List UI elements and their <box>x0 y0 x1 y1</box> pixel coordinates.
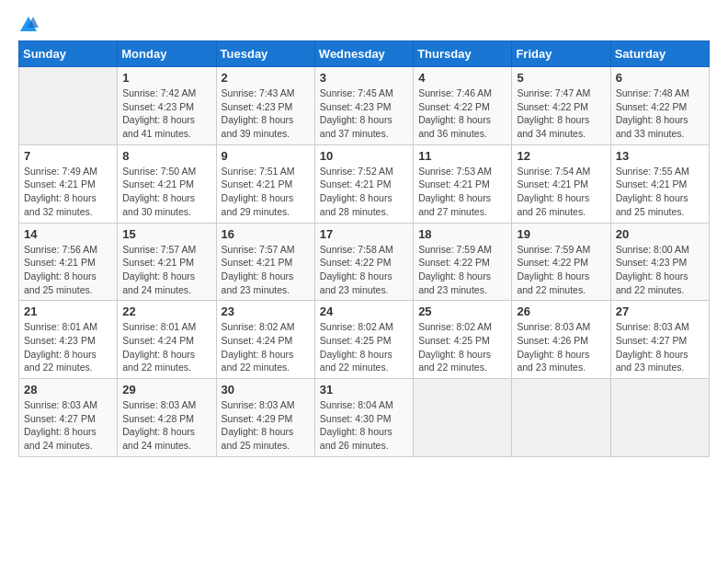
day-number: 23 <box>222 304 310 318</box>
day-info: Sunrise: 8:03 AMSunset: 4:26 PMDaylight:… <box>517 320 605 374</box>
day-number: 28 <box>24 383 112 396</box>
day-number: 21 <box>24 304 112 318</box>
day-number: 22 <box>122 304 210 318</box>
day-info: Sunrise: 7:51 AMSunset: 4:21 PMDaylight:… <box>222 165 310 219</box>
day-info: Sunrise: 7:48 AMSunset: 4:22 PMDaylight:… <box>616 86 704 141</box>
header <box>18 15 710 35</box>
day-info: Sunrise: 8:01 AMSunset: 4:23 PMDaylight:… <box>24 320 112 374</box>
day-number: 14 <box>24 227 112 241</box>
day-info: Sunrise: 7:49 AMSunset: 4:21 PMDaylight:… <box>24 165 112 219</box>
day-info: Sunrise: 8:03 AMSunset: 4:29 PMDaylight:… <box>222 398 310 453</box>
day-cell: 19Sunrise: 7:59 AMSunset: 4:22 PMDayligh… <box>512 223 610 301</box>
day-info: Sunrise: 7:58 AMSunset: 4:22 PMDaylight:… <box>320 243 408 297</box>
day-info: Sunrise: 8:03 AMSunset: 4:28 PMDaylight:… <box>122 398 210 453</box>
day-info: Sunrise: 7:59 AMSunset: 4:22 PMDaylight:… <box>418 243 506 297</box>
day-number: 16 <box>222 227 310 241</box>
day-cell: 26Sunrise: 8:03 AMSunset: 4:26 PMDayligh… <box>512 301 610 379</box>
header-thursday: Thursday <box>414 41 512 67</box>
day-cell: 15Sunrise: 7:57 AMSunset: 4:21 PMDayligh… <box>118 223 216 301</box>
day-info: Sunrise: 7:42 AMSunset: 4:23 PMDaylight:… <box>122 86 210 141</box>
day-info: Sunrise: 8:03 AMSunset: 4:27 PMDaylight:… <box>24 398 112 453</box>
day-number: 13 <box>616 149 704 163</box>
day-cell: 18Sunrise: 7:59 AMSunset: 4:22 PMDayligh… <box>414 223 512 301</box>
day-cell: 14Sunrise: 7:56 AMSunset: 4:21 PMDayligh… <box>19 223 118 301</box>
day-cell: 20Sunrise: 8:00 AMSunset: 4:23 PMDayligh… <box>610 223 709 301</box>
day-info: Sunrise: 8:00 AMSunset: 4:23 PMDaylight:… <box>616 243 704 297</box>
day-info: Sunrise: 8:02 AMSunset: 4:24 PMDaylight:… <box>222 320 310 374</box>
header-tuesday: Tuesday <box>216 41 314 67</box>
day-number: 31 <box>320 383 408 396</box>
day-info: Sunrise: 7:45 AMSunset: 4:23 PMDaylight:… <box>320 86 408 141</box>
day-number: 17 <box>320 227 408 241</box>
day-info: Sunrise: 7:52 AMSunset: 4:21 PMDaylight:… <box>320 165 408 219</box>
day-cell: 4Sunrise: 7:46 AMSunset: 4:22 PMDaylight… <box>414 67 512 145</box>
day-cell <box>512 379 610 457</box>
day-cell: 22Sunrise: 8:01 AMSunset: 4:24 PMDayligh… <box>118 301 216 379</box>
day-cell: 28Sunrise: 8:03 AMSunset: 4:27 PMDayligh… <box>19 379 118 457</box>
day-cell: 9Sunrise: 7:51 AMSunset: 4:21 PMDaylight… <box>216 144 314 223</box>
day-number: 3 <box>320 71 408 85</box>
day-info: Sunrise: 8:03 AMSunset: 4:27 PMDaylight:… <box>616 320 704 374</box>
day-number: 4 <box>418 71 506 85</box>
main-container: SundayMondayTuesdayWednesdayThursdayFrid… <box>0 0 728 466</box>
day-number: 9 <box>222 149 310 163</box>
day-cell: 25Sunrise: 8:02 AMSunset: 4:25 PMDayligh… <box>414 301 512 379</box>
day-number: 7 <box>24 149 112 163</box>
day-cell: 12Sunrise: 7:54 AMSunset: 4:21 PMDayligh… <box>512 144 610 223</box>
day-cell: 24Sunrise: 8:02 AMSunset: 4:25 PMDayligh… <box>314 301 413 379</box>
day-cell: 7Sunrise: 7:49 AMSunset: 4:21 PMDaylight… <box>19 144 118 223</box>
day-info: Sunrise: 8:02 AMSunset: 4:25 PMDaylight:… <box>320 320 408 374</box>
header-sunday: Sunday <box>19 41 118 67</box>
day-number: 24 <box>320 304 408 318</box>
day-info: Sunrise: 8:01 AMSunset: 4:24 PMDaylight:… <box>122 320 210 374</box>
day-number: 2 <box>222 71 310 85</box>
day-cell: 29Sunrise: 8:03 AMSunset: 4:28 PMDayligh… <box>118 379 216 457</box>
day-cell: 3Sunrise: 7:45 AMSunset: 4:23 PMDaylight… <box>314 67 413 145</box>
day-number: 8 <box>122 149 210 163</box>
day-number: 1 <box>122 71 210 85</box>
day-cell: 11Sunrise: 7:53 AMSunset: 4:21 PMDayligh… <box>414 144 512 223</box>
day-cell: 21Sunrise: 8:01 AMSunset: 4:23 PMDayligh… <box>19 301 118 379</box>
day-cell: 30Sunrise: 8:03 AMSunset: 4:29 PMDayligh… <box>216 379 314 457</box>
week-row-4: 21Sunrise: 8:01 AMSunset: 4:23 PMDayligh… <box>19 301 710 379</box>
day-info: Sunrise: 7:57 AMSunset: 4:21 PMDaylight:… <box>122 243 210 297</box>
header-saturday: Saturday <box>610 41 709 67</box>
calendar-table: SundayMondayTuesdayWednesdayThursdayFrid… <box>18 40 710 457</box>
week-row-1: 1Sunrise: 7:42 AMSunset: 4:23 PMDaylight… <box>19 67 710 145</box>
day-number: 30 <box>222 383 310 396</box>
day-number: 20 <box>616 227 704 241</box>
calendar-header-row: SundayMondayTuesdayWednesdayThursdayFrid… <box>19 41 710 67</box>
header-monday: Monday <box>118 41 216 67</box>
day-number: 5 <box>517 71 605 85</box>
day-cell: 10Sunrise: 7:52 AMSunset: 4:21 PMDayligh… <box>314 144 413 223</box>
day-cell: 1Sunrise: 7:42 AMSunset: 4:23 PMDaylight… <box>118 67 216 145</box>
day-info: Sunrise: 7:59 AMSunset: 4:22 PMDaylight:… <box>517 243 605 297</box>
week-row-3: 14Sunrise: 7:56 AMSunset: 4:21 PMDayligh… <box>19 223 710 301</box>
logo-icon <box>18 15 39 35</box>
day-info: Sunrise: 7:47 AMSunset: 4:22 PMDaylight:… <box>517 86 605 141</box>
day-info: Sunrise: 7:56 AMSunset: 4:21 PMDaylight:… <box>24 243 112 297</box>
day-number: 27 <box>616 304 704 318</box>
day-info: Sunrise: 7:46 AMSunset: 4:22 PMDaylight:… <box>418 86 506 141</box>
day-cell: 16Sunrise: 7:57 AMSunset: 4:21 PMDayligh… <box>216 223 314 301</box>
day-cell: 2Sunrise: 7:43 AMSunset: 4:23 PMDaylight… <box>216 67 314 145</box>
day-cell <box>19 67 118 145</box>
day-info: Sunrise: 8:04 AMSunset: 4:30 PMDaylight:… <box>320 398 408 453</box>
header-wednesday: Wednesday <box>314 41 413 67</box>
day-cell <box>414 379 512 457</box>
day-cell: 8Sunrise: 7:50 AMSunset: 4:21 PMDaylight… <box>118 144 216 223</box>
day-cell: 17Sunrise: 7:58 AMSunset: 4:22 PMDayligh… <box>314 223 413 301</box>
day-number: 10 <box>320 149 408 163</box>
day-number: 11 <box>418 149 506 163</box>
day-cell: 27Sunrise: 8:03 AMSunset: 4:27 PMDayligh… <box>610 301 709 379</box>
day-cell: 31Sunrise: 8:04 AMSunset: 4:30 PMDayligh… <box>314 379 413 457</box>
day-cell <box>610 379 709 457</box>
day-number: 26 <box>517 304 605 318</box>
day-number: 15 <box>122 227 210 241</box>
day-cell: 5Sunrise: 7:47 AMSunset: 4:22 PMDaylight… <box>512 67 610 145</box>
header-friday: Friday <box>512 41 610 67</box>
day-info: Sunrise: 7:53 AMSunset: 4:21 PMDaylight:… <box>418 165 506 219</box>
day-info: Sunrise: 7:54 AMSunset: 4:21 PMDaylight:… <box>517 165 605 219</box>
day-info: Sunrise: 7:43 AMSunset: 4:23 PMDaylight:… <box>222 86 310 141</box>
day-info: Sunrise: 8:02 AMSunset: 4:25 PMDaylight:… <box>418 320 506 374</box>
